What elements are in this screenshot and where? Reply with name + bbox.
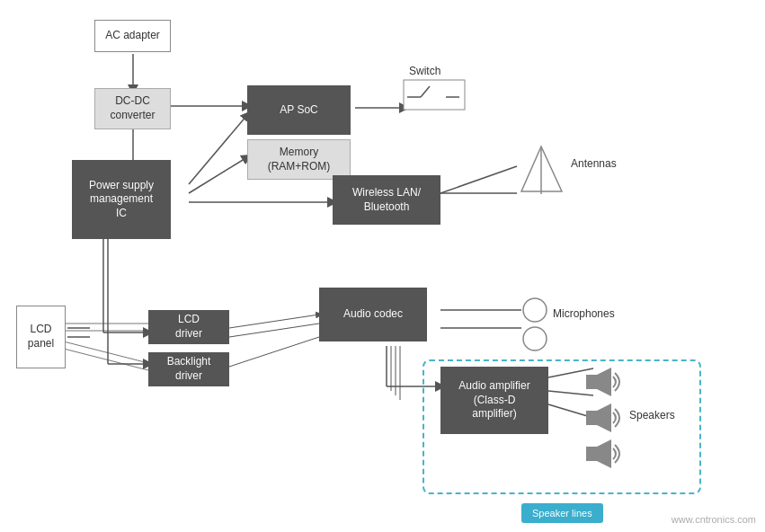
svg-rect-42 <box>586 411 597 425</box>
speaker-icon-2 <box>584 400 625 436</box>
svg-marker-43 <box>597 403 611 432</box>
power-mgmt-block: Power supply management IC <box>72 160 171 239</box>
backlight-driver-block: Backlight driver <box>148 352 229 386</box>
svg-marker-41 <box>597 368 611 396</box>
ap-soc-block: AP SoC <box>247 85 351 135</box>
diagram: AC adapter DC-DC converter Power supply … <box>0 0 765 532</box>
antenna-symbol <box>517 142 566 200</box>
svg-rect-44 <box>586 447 597 461</box>
speakers-label: Speakers <box>629 409 675 421</box>
speaker-lines-legend: Speaker lines <box>521 503 603 523</box>
memory-block: Memory (RAM+ROM) <box>247 139 351 180</box>
mic-icon-2 <box>521 325 548 352</box>
svg-line-4 <box>189 157 247 193</box>
svg-line-21 <box>229 337 319 367</box>
svg-marker-45 <box>597 439 611 468</box>
svg-line-3 <box>189 115 247 184</box>
microphones-label: Microphones <box>553 307 615 320</box>
svg-rect-40 <box>586 375 597 389</box>
svg-point-38 <box>523 298 547 322</box>
antennas-label: Antennas <box>571 157 617 170</box>
ac-adapter-block: AC adapter <box>94 20 171 52</box>
svg-line-19 <box>229 315 319 328</box>
audio-amp-block: Audio amplifier (Class-D amplifier) <box>440 367 548 434</box>
switch-symbol <box>403 79 466 111</box>
speaker-icon-3 <box>584 436 625 472</box>
svg-line-7 <box>440 166 517 193</box>
speaker-icon-1 <box>584 364 625 400</box>
lcd-panel-block: LCD panel <box>16 306 66 368</box>
svg-rect-32 <box>404 80 465 110</box>
svg-point-39 <box>523 327 547 350</box>
switch-label: Switch <box>409 65 440 77</box>
mic-icon-1 <box>521 297 548 324</box>
lcd-driver-block: LCD driver <box>148 310 229 344</box>
watermark: www.cntronics.com <box>672 514 756 525</box>
svg-line-20 <box>229 324 319 337</box>
dc-dc-block: DC-DC converter <box>94 88 171 129</box>
wireless-lan-block: Wireless LAN/ Bluetooth <box>333 175 440 225</box>
audio-codec-block: Audio codec <box>319 288 427 341</box>
